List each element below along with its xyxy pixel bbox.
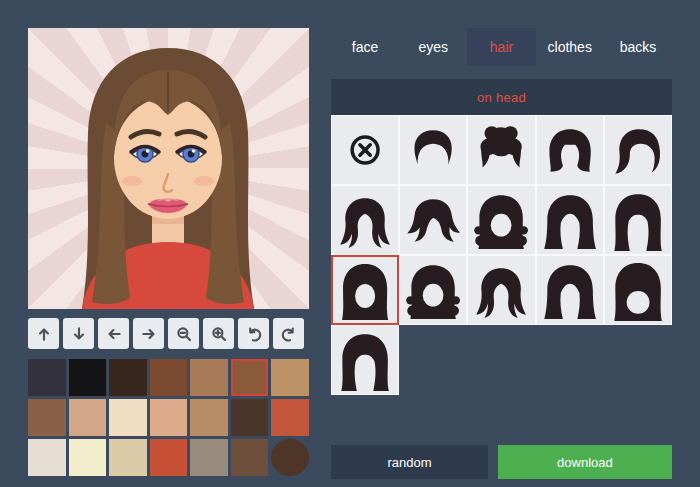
color-swatch[interactable] <box>28 439 66 476</box>
color-swatch[interactable] <box>271 439 309 476</box>
tab-face[interactable]: face <box>331 28 399 66</box>
color-swatch[interactable] <box>271 399 309 436</box>
color-swatch[interactable] <box>150 439 188 476</box>
color-swatch[interactable] <box>69 399 107 436</box>
move-right-button[interactable] <box>133 318 164 349</box>
hair-option-flip-bob[interactable] <box>331 185 399 255</box>
color-palette <box>28 359 309 476</box>
move-up-button[interactable] <box>28 318 59 349</box>
hair-long-bangs-icon <box>605 256 671 324</box>
avatar-maker-app: faceeyeshairclothesbacks on head random … <box>0 0 700 487</box>
color-swatch[interactable] <box>28 359 66 396</box>
hair-flip-bob-icon <box>332 186 398 254</box>
download-button[interactable]: download <box>498 445 672 479</box>
hair-option-long-full[interactable] <box>331 255 399 325</box>
color-swatch[interactable] <box>231 359 269 396</box>
hair-option-wavy-long[interactable] <box>467 255 535 325</box>
color-swatch[interactable] <box>231 399 269 436</box>
hair-bob-icon <box>537 116 603 184</box>
color-swatch[interactable] <box>109 439 147 476</box>
tab-clothes[interactable]: clothes <box>536 28 604 66</box>
hair-panel: on head <box>331 79 672 395</box>
hair-long-full-icon <box>333 257 397 323</box>
panel-header: on head <box>331 79 672 115</box>
hair-short-crop-icon <box>400 116 466 184</box>
color-swatch[interactable] <box>190 359 228 396</box>
hair-option-long-plain[interactable] <box>331 325 399 395</box>
hair-curly-top-icon <box>468 116 534 184</box>
hair-options-grid <box>331 115 672 395</box>
hair-curly-long-icon <box>400 256 466 324</box>
hair-option-center-part-long[interactable] <box>604 185 672 255</box>
hair-option-curly-top[interactable] <box>467 115 535 185</box>
color-swatch[interactable] <box>190 399 228 436</box>
color-swatch[interactable] <box>69 439 107 476</box>
zoom-out-button[interactable] <box>168 318 199 349</box>
zoom-in-button[interactable] <box>203 318 234 349</box>
hair-side-long-icon <box>537 186 603 254</box>
hair-option-long-bangs[interactable] <box>604 255 672 325</box>
move-right-icon <box>140 325 158 343</box>
hair-messy-icon <box>400 186 466 254</box>
color-swatch[interactable] <box>150 399 188 436</box>
right-panel: faceeyeshairclothesbacks on head random … <box>331 28 672 479</box>
move-left-button[interactable] <box>98 318 129 349</box>
random-button[interactable]: random <box>331 445 488 479</box>
hair-option-side-swept[interactable] <box>604 115 672 185</box>
tabs: faceeyeshairclothesbacks <box>331 28 672 66</box>
move-down-button[interactable] <box>63 318 94 349</box>
left-panel <box>28 28 309 479</box>
color-swatch[interactable] <box>109 399 147 436</box>
hair-side-swept-icon <box>605 116 671 184</box>
tab-hair[interactable]: hair <box>467 28 535 66</box>
tab-eyes[interactable]: eyes <box>399 28 467 66</box>
color-swatch[interactable] <box>109 359 147 396</box>
hair-center-part-long-icon <box>605 186 671 254</box>
zoom-in-icon <box>210 325 228 343</box>
move-down-icon <box>70 325 88 343</box>
hair-option-curly-long[interactable] <box>399 255 467 325</box>
hair-curly-shag-icon <box>468 186 534 254</box>
hair-option-straight-long[interactable] <box>536 255 604 325</box>
redo-icon <box>280 325 298 343</box>
hair-option-curly-shag[interactable] <box>467 185 535 255</box>
color-swatch[interactable] <box>271 359 309 396</box>
hair-option-side-long[interactable] <box>536 185 604 255</box>
avatar-preview <box>28 28 309 309</box>
hair-straight-long-icon <box>537 256 603 324</box>
hair-option-bob[interactable] <box>536 115 604 185</box>
redo-button[interactable] <box>273 318 304 349</box>
hair-none-icon <box>332 116 398 184</box>
color-swatch[interactable] <box>69 359 107 396</box>
tab-backs[interactable]: backs <box>604 28 672 66</box>
color-swatch[interactable] <box>150 359 188 396</box>
toolbar <box>28 318 309 349</box>
color-swatch[interactable] <box>28 399 66 436</box>
zoom-out-icon <box>175 325 193 343</box>
hair-option-none[interactable] <box>331 115 399 185</box>
move-left-icon <box>105 325 123 343</box>
hair-option-short-crop[interactable] <box>399 115 467 185</box>
undo-button[interactable] <box>238 318 269 349</box>
undo-icon <box>245 325 263 343</box>
avatar-illustration <box>28 28 309 309</box>
hair-long-plain-icon <box>332 326 398 394</box>
hair-wavy-long-icon <box>468 256 534 324</box>
color-swatch[interactable] <box>190 439 228 476</box>
move-up-icon <box>35 325 53 343</box>
color-swatch[interactable] <box>231 439 269 476</box>
hair-option-messy[interactable] <box>399 185 467 255</box>
actions-bar: random download <box>331 445 672 479</box>
